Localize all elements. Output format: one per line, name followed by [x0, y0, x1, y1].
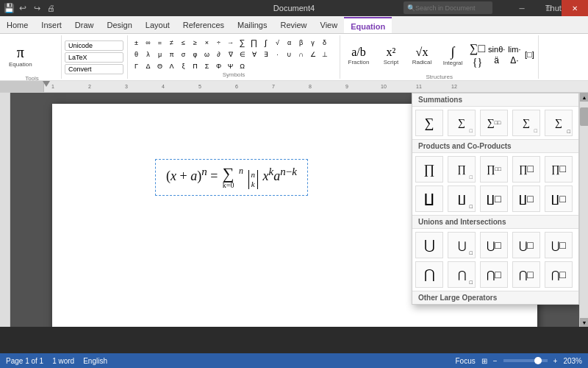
sym-exists[interactable]: ∃: [260, 49, 271, 60]
sym-beta[interactable]: β: [295, 37, 306, 48]
sum-sub[interactable]: ∑□: [448, 110, 476, 136]
minimize-button[interactable]: ─: [509, 0, 535, 16]
inter-plain[interactable]: ⋂: [415, 261, 443, 288]
convert-button[interactable]: Convert: [65, 64, 123, 74]
script-button[interactable]: x² Script: [377, 37, 405, 74]
zoom-slider[interactable]: [503, 359, 548, 362]
sym-Theta[interactable]: Θ: [154, 60, 165, 71]
prod-limits1[interactable]: ∏□: [512, 156, 540, 183]
sym-pm[interactable]: ±: [131, 37, 142, 48]
tab-references[interactable]: References: [176, 17, 231, 33]
union-sub[interactable]: ⋃□: [448, 232, 476, 258]
tab-design[interactable]: Design: [101, 17, 139, 33]
large-operator-button[interactable]: ∑□: [470, 42, 485, 55]
sym-perp[interactable]: ⊥: [319, 49, 330, 60]
vertical-scrollbar[interactable]: ▲ ▼: [579, 93, 588, 327]
coprod-4[interactable]: ∐□: [545, 185, 573, 212]
sym-theta[interactable]: θ: [131, 49, 142, 60]
sym-rightarrow[interactable]: →: [225, 37, 236, 48]
sym-partial[interactable]: ∂: [213, 49, 224, 60]
equation-container[interactable]: (x + a)n = ∑ k=0 n n k: [155, 159, 308, 196]
undo-icon[interactable]: ↩: [17, 2, 29, 14]
latex-button[interactable]: LaTeX: [65, 52, 123, 63]
bracket-button[interactable]: {}: [470, 57, 485, 68]
sym-cdot[interactable]: ·: [272, 49, 283, 60]
tab-home[interactable]: Home: [0, 17, 35, 33]
search-box[interactable]: 🔍: [404, 1, 492, 14]
sum-limits1[interactable]: ∑□: [512, 110, 540, 136]
sym-lambda[interactable]: λ: [143, 49, 154, 60]
coprod-sub[interactable]: ∐□: [448, 185, 476, 212]
sym-forall[interactable]: ∀: [248, 49, 259, 60]
union-4[interactable]: ⋃□: [545, 232, 573, 258]
tab-draw[interactable]: Draw: [68, 17, 101, 33]
scroll-thumb-up[interactable]: ▲: [580, 93, 588, 102]
sym-Sigma-big[interactable]: Σ: [201, 60, 212, 71]
sym-angle[interactable]: ∠: [307, 49, 318, 60]
inter-sub[interactable]: ⋂□: [448, 261, 476, 288]
tab-equation[interactable]: Equation: [344, 17, 392, 33]
coprod-3[interactable]: ∐□: [512, 185, 540, 212]
union-subsup[interactable]: ⋃□: [480, 232, 508, 258]
window-controls[interactable]: ─ □ ✕: [509, 0, 588, 16]
sym-div[interactable]: ÷: [213, 37, 224, 48]
zoom-out-btn[interactable]: −: [493, 357, 498, 365]
radical-button[interactable]: √x Radical: [408, 37, 436, 74]
function-button[interactable]: sinθ·: [488, 45, 505, 54]
sym-nabla[interactable]: ∇: [225, 49, 236, 60]
sym-omega[interactable]: ω: [201, 49, 212, 60]
sym-Delta[interactable]: Δ: [143, 60, 154, 71]
sym-geq[interactable]: ≥: [190, 37, 201, 48]
layout-icon[interactable]: ⊞: [481, 357, 487, 365]
sym-Phi[interactable]: Φ: [213, 60, 224, 71]
inter-4[interactable]: ⋂□: [545, 261, 573, 288]
sym-Pi-big[interactable]: Π: [190, 60, 201, 71]
zoom-in-btn[interactable]: +: [553, 357, 558, 365]
coprod-plain[interactable]: ∐: [415, 185, 443, 212]
sym-gamma[interactable]: γ: [307, 37, 318, 48]
prod-subsup[interactable]: ∏□□: [480, 156, 508, 183]
sym-in[interactable]: ∈: [237, 49, 248, 60]
union-plain[interactable]: ⋃: [415, 232, 443, 258]
sym-int[interactable]: ∫: [260, 37, 271, 48]
equation-button[interactable]: π Equation: [6, 37, 35, 75]
sym-times[interactable]: ×: [201, 37, 212, 48]
sym-inf[interactable]: ∞: [143, 37, 154, 48]
tab-insert[interactable]: Insert: [35, 17, 68, 33]
sum-subsup[interactable]: ∑□□: [480, 110, 508, 136]
maximize-button[interactable]: □: [535, 0, 562, 16]
fraction-button[interactable]: a/b Fraction: [343, 37, 374, 74]
sym-delta[interactable]: δ: [319, 37, 330, 48]
print-icon[interactable]: 🖨: [45, 2, 57, 14]
sym-sum[interactable]: ∑: [237, 37, 248, 48]
sym-Lambda-big[interactable]: Λ: [166, 60, 177, 71]
save-icon[interactable]: 💾: [3, 2, 15, 14]
sym-cap[interactable]: ∩: [295, 49, 306, 60]
union-3[interactable]: ⋃□: [512, 232, 540, 258]
sym-mu[interactable]: μ: [154, 49, 165, 60]
close-button[interactable]: ✕: [562, 0, 588, 16]
sym-cup[interactable]: ∪: [284, 49, 295, 60]
sym-prod[interactable]: ∏: [248, 37, 259, 48]
sym-Gamma[interactable]: Γ: [131, 60, 142, 71]
unicode-button[interactable]: Unicode: [65, 40, 123, 51]
inter-subsup[interactable]: ⋂□: [480, 261, 508, 288]
prod-plain[interactable]: ∏: [415, 156, 443, 183]
prod-limits2[interactable]: ∏□: [545, 156, 573, 183]
tab-layout[interactable]: Layout: [139, 17, 176, 33]
scroll-thumb[interactable]: [580, 107, 588, 126]
sym-sqrt[interactable]: √: [272, 37, 283, 48]
sym-alpha[interactable]: α: [284, 37, 295, 48]
sym-Psi[interactable]: Ψ: [225, 60, 236, 71]
scroll-thumb-down[interactable]: ▼: [580, 318, 588, 327]
redo-icon[interactable]: ↪: [31, 2, 43, 14]
sym-eq[interactable]: =: [154, 37, 165, 48]
accent-button[interactable]: ä: [488, 55, 505, 66]
sym-phi[interactable]: φ: [190, 49, 201, 60]
tab-review[interactable]: Review: [273, 17, 313, 33]
focus-btn[interactable]: Focus: [456, 357, 476, 365]
sum-limits2[interactable]: ∑□: [545, 110, 573, 136]
sym-pi-g[interactable]: π: [166, 49, 177, 60]
integral-button[interactable]: ∫ Integral: [439, 37, 467, 74]
sym-sigma-g[interactable]: σ: [178, 49, 189, 60]
